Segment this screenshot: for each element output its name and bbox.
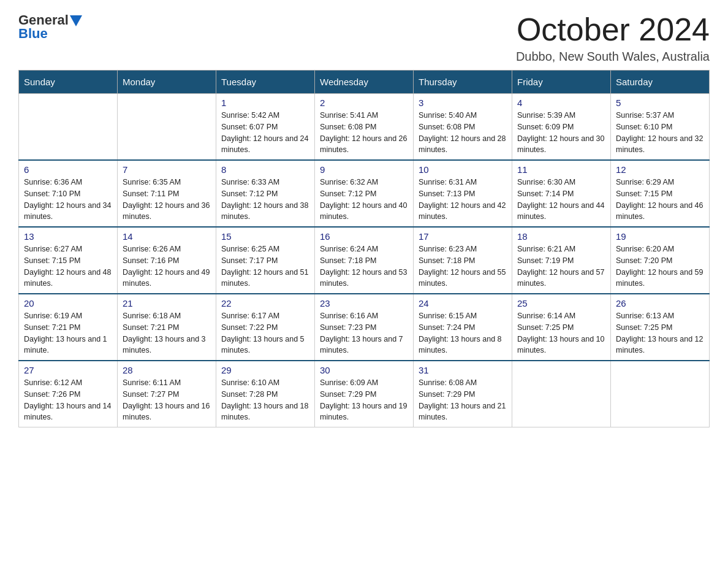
page-header: General Blue October 2024 Dubbo, New Sou…: [18, 12, 710, 64]
day-info: Sunrise: 6:23 AMSunset: 7:18 PMDaylight:…: [419, 243, 507, 289]
calendar-cell: 26Sunrise: 6:13 AMSunset: 7:25 PMDayligh…: [611, 294, 710, 361]
calendar-header-thursday: Thursday: [414, 71, 512, 94]
logo: General Blue: [18, 12, 82, 42]
calendar-cell: 15Sunrise: 6:25 AMSunset: 7:17 PMDayligh…: [216, 227, 315, 294]
day-number: 23: [320, 298, 408, 308]
day-number: 7: [123, 164, 211, 175]
calendar-cell: 19Sunrise: 6:20 AMSunset: 7:20 PMDayligh…: [611, 227, 710, 294]
day-info: Sunrise: 5:40 AMSunset: 6:08 PMDaylight:…: [419, 110, 507, 156]
day-info: Sunrise: 6:35 AMSunset: 7:11 PMDaylight:…: [123, 177, 211, 223]
calendar-cell: 21Sunrise: 6:18 AMSunset: 7:21 PMDayligh…: [118, 294, 216, 361]
day-number: 4: [517, 98, 605, 108]
calendar-cell: 18Sunrise: 6:21 AMSunset: 7:19 PMDayligh…: [512, 227, 611, 294]
day-number: 8: [221, 164, 309, 175]
day-number: 17: [419, 231, 507, 242]
day-info: Sunrise: 6:32 AMSunset: 7:12 PMDaylight:…: [320, 177, 408, 223]
day-number: 18: [517, 231, 605, 242]
day-info: Sunrise: 6:12 AMSunset: 7:26 PMDaylight:…: [24, 377, 112, 423]
day-number: 22: [221, 298, 309, 308]
day-info: Sunrise: 6:26 AMSunset: 7:16 PMDaylight:…: [123, 243, 211, 289]
calendar-cell: 3Sunrise: 5:40 AMSunset: 6:08 PMDaylight…: [414, 94, 512, 161]
day-info: Sunrise: 6:33 AMSunset: 7:12 PMDaylight:…: [221, 177, 309, 223]
day-info: Sunrise: 6:08 AMSunset: 7:29 PMDaylight:…: [419, 377, 507, 423]
day-number: 24: [419, 298, 507, 308]
calendar-cell: 14Sunrise: 6:26 AMSunset: 7:16 PMDayligh…: [118, 227, 216, 294]
calendar-header-saturday: Saturday: [611, 71, 710, 94]
day-number: 20: [24, 298, 112, 308]
calendar-body: 1Sunrise: 5:42 AMSunset: 6:07 PMDaylight…: [19, 94, 710, 427]
day-number: 30: [320, 365, 408, 375]
day-info: Sunrise: 6:14 AMSunset: 7:25 PMDaylight:…: [517, 310, 605, 356]
day-info: Sunrise: 6:16 AMSunset: 7:23 PMDaylight:…: [320, 310, 408, 356]
calendar-week-3: 13Sunrise: 6:27 AMSunset: 7:15 PMDayligh…: [19, 227, 710, 294]
calendar-cell: [512, 361, 611, 427]
day-number: 14: [123, 231, 211, 242]
day-info: Sunrise: 6:36 AMSunset: 7:10 PMDaylight:…: [24, 177, 112, 223]
day-number: 25: [517, 298, 605, 308]
day-info: Sunrise: 6:18 AMSunset: 7:21 PMDaylight:…: [123, 310, 211, 356]
calendar-cell: 12Sunrise: 6:29 AMSunset: 7:15 PMDayligh…: [611, 160, 710, 227]
calendar-cell: 17Sunrise: 6:23 AMSunset: 7:18 PMDayligh…: [414, 227, 512, 294]
day-info: Sunrise: 6:09 AMSunset: 7:29 PMDaylight:…: [320, 377, 408, 423]
calendar-cell: 29Sunrise: 6:10 AMSunset: 7:28 PMDayligh…: [216, 361, 315, 427]
calendar-cell: 9Sunrise: 6:32 AMSunset: 7:12 PMDaylight…: [315, 160, 414, 227]
day-number: 11: [517, 164, 605, 175]
day-info: Sunrise: 5:39 AMSunset: 6:09 PMDaylight:…: [517, 110, 605, 156]
calendar-cell: [611, 361, 710, 427]
calendar-cell: 7Sunrise: 6:35 AMSunset: 7:11 PMDaylight…: [118, 160, 216, 227]
day-number: 16: [320, 231, 408, 242]
day-info: Sunrise: 6:29 AMSunset: 7:15 PMDaylight:…: [616, 177, 704, 223]
calendar-cell: 5Sunrise: 5:37 AMSunset: 6:10 PMDaylight…: [611, 94, 710, 161]
calendar-week-1: 1Sunrise: 5:42 AMSunset: 6:07 PMDaylight…: [19, 94, 710, 161]
day-number: 21: [123, 298, 211, 308]
title-block: October 2024 Dubbo, New South Wales, Aus…: [516, 12, 710, 64]
calendar-week-5: 27Sunrise: 6:12 AMSunset: 7:26 PMDayligh…: [19, 361, 710, 427]
day-info: Sunrise: 6:27 AMSunset: 7:15 PMDaylight:…: [24, 243, 112, 289]
calendar-cell: 1Sunrise: 5:42 AMSunset: 6:07 PMDaylight…: [216, 94, 315, 161]
calendar-header-monday: Monday: [118, 71, 216, 94]
calendar-cell: 27Sunrise: 6:12 AMSunset: 7:26 PMDayligh…: [19, 361, 118, 427]
day-info: Sunrise: 5:37 AMSunset: 6:10 PMDaylight:…: [616, 110, 704, 156]
calendar-week-4: 20Sunrise: 6:19 AMSunset: 7:21 PMDayligh…: [19, 294, 710, 361]
calendar-cell: 31Sunrise: 6:08 AMSunset: 7:29 PMDayligh…: [414, 361, 512, 427]
header-row: SundayMondayTuesdayWednesdayThursdayFrid…: [19, 71, 710, 94]
day-info: Sunrise: 6:20 AMSunset: 7:20 PMDaylight:…: [616, 243, 704, 289]
day-number: 3: [419, 98, 507, 108]
day-number: 29: [221, 365, 309, 375]
calendar-week-2: 6Sunrise: 6:36 AMSunset: 7:10 PMDaylight…: [19, 160, 710, 227]
day-number: 1: [221, 98, 309, 108]
day-number: 12: [616, 164, 704, 175]
day-number: 9: [320, 164, 408, 175]
day-number: 5: [616, 98, 704, 108]
day-info: Sunrise: 5:42 AMSunset: 6:07 PMDaylight:…: [221, 110, 309, 156]
calendar-cell: [19, 94, 118, 161]
day-info: Sunrise: 6:17 AMSunset: 7:22 PMDaylight:…: [221, 310, 309, 356]
day-info: Sunrise: 5:41 AMSunset: 6:08 PMDaylight:…: [320, 110, 408, 156]
day-number: 2: [320, 98, 408, 108]
calendar-cell: 2Sunrise: 5:41 AMSunset: 6:08 PMDaylight…: [315, 94, 414, 161]
calendar-cell: 8Sunrise: 6:33 AMSunset: 7:12 PMDaylight…: [216, 160, 315, 227]
calendar-table: SundayMondayTuesdayWednesdayThursdayFrid…: [18, 70, 710, 427]
day-number: 13: [24, 231, 112, 242]
day-number: 27: [24, 365, 112, 375]
calendar-cell: 23Sunrise: 6:16 AMSunset: 7:23 PMDayligh…: [315, 294, 414, 361]
calendar-header-wednesday: Wednesday: [315, 71, 414, 94]
day-number: 19: [616, 231, 704, 242]
calendar-cell: 30Sunrise: 6:09 AMSunset: 7:29 PMDayligh…: [315, 361, 414, 427]
logo-triangle-icon: [70, 15, 82, 26]
day-info: Sunrise: 6:21 AMSunset: 7:19 PMDaylight:…: [517, 243, 605, 289]
calendar-cell: 10Sunrise: 6:31 AMSunset: 7:13 PMDayligh…: [414, 160, 512, 227]
day-info: Sunrise: 6:13 AMSunset: 7:25 PMDaylight:…: [616, 310, 704, 356]
calendar-header: SundayMondayTuesdayWednesdayThursdayFrid…: [19, 71, 710, 94]
day-info: Sunrise: 6:19 AMSunset: 7:21 PMDaylight:…: [24, 310, 112, 356]
calendar-cell: 16Sunrise: 6:24 AMSunset: 7:18 PMDayligh…: [315, 227, 414, 294]
day-info: Sunrise: 6:30 AMSunset: 7:14 PMDaylight:…: [517, 177, 605, 223]
day-number: 6: [24, 164, 112, 175]
calendar-cell: 24Sunrise: 6:15 AMSunset: 7:24 PMDayligh…: [414, 294, 512, 361]
calendar-header-sunday: Sunday: [19, 71, 118, 94]
day-info: Sunrise: 6:15 AMSunset: 7:24 PMDaylight:…: [419, 310, 507, 356]
day-number: 15: [221, 231, 309, 242]
logo-text-blue: Blue: [18, 26, 48, 42]
day-number: 26: [616, 298, 704, 308]
month-title: October 2024: [516, 12, 710, 47]
